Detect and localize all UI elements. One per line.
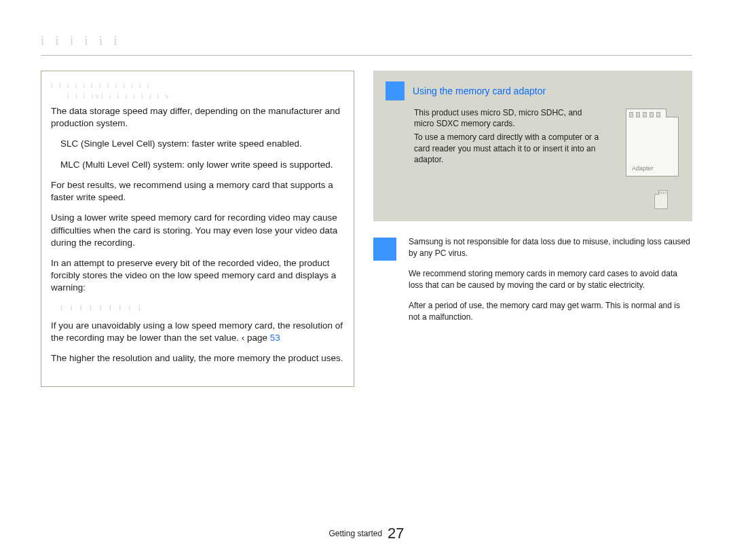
- tip-title: Using the memory card adaptor: [413, 86, 546, 96]
- adapter-label: Adapter: [632, 165, 654, 172]
- note-3: After a period of use, the memory card m…: [409, 300, 692, 324]
- header-rule: [41, 55, 692, 56]
- para-resolution-text: If you are unavoidably using a low speed…: [51, 320, 343, 343]
- footer-page-number: 27: [388, 525, 404, 542]
- sd-adapter-icon: Adapter: [626, 109, 679, 176]
- para-recommend: For best results, we recommend using a m…: [51, 179, 344, 204]
- micro-sd-icon: [654, 190, 668, 209]
- tip-icon: [386, 81, 405, 100]
- bullet-slc: SLC (Single Level Cell) system: faster w…: [51, 138, 344, 150]
- tip-line-2: To use a memory card directly with a com…: [414, 132, 604, 165]
- page-footer: Getting started 27: [0, 525, 733, 542]
- box-title-ghost-1: i i i i i i i i i i i i i: [51, 81, 344, 89]
- write-speed-box: i i i i i i i i i i i i i i i i ivi i i …: [41, 71, 354, 387]
- tip-line-1: This product uses micro SD, micro SDHC, …: [414, 107, 604, 129]
- para-memory-use: The higher the resolution and uality, th…: [51, 352, 344, 365]
- note-1: Samsung is not responsible for data loss…: [409, 236, 692, 260]
- footer-section: Getting started: [328, 529, 382, 538]
- notes-block: Samsung is not responsible for data loss…: [373, 236, 692, 331]
- bullet-mlc: MLC (Multi Level Cell) system: only lowe…: [51, 159, 344, 171]
- para-difficulties: Using a lower write speed memory card fo…: [51, 212, 344, 249]
- adapter-illustration: Adapter: [614, 107, 680, 209]
- note-2: We recommend storing memory cards in mem…: [409, 268, 692, 292]
- page-ref-link[interactable]: 53: [270, 333, 280, 343]
- para-resolution: If you are unavoidably using a low speed…: [51, 320, 344, 344]
- note-icon: [373, 238, 396, 261]
- warning-ghost: i i i i i i i i i: [60, 303, 344, 313]
- para-intro: The data storage speed may differ, depen…: [51, 105, 344, 130]
- para-warning-intro: In an attempt to preserve every bit of t…: [51, 257, 344, 295]
- box-title-ghost-2: i i i ivi i i i i i i i v: [67, 92, 344, 100]
- adaptor-tip-box: Using the memory card adaptor This produ…: [373, 71, 692, 221]
- breadcrumb-ghost: i i i i i i: [41, 34, 692, 54]
